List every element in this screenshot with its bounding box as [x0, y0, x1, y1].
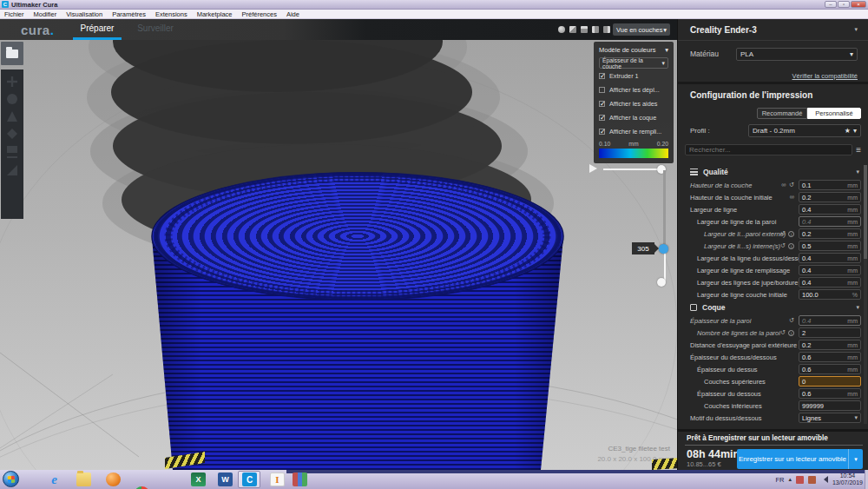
tool-rotate-icon[interactable]	[7, 111, 17, 122]
simulation-slider[interactable]	[603, 169, 657, 170]
tray-flag-icon[interactable]	[796, 476, 804, 484]
tool-per-model-settings-icon[interactable]	[7, 146, 17, 158]
revert-icon[interactable]: ↺	[789, 317, 794, 324]
tool-scale-icon[interactable]	[7, 94, 17, 104]
taskbar-excel-icon[interactable]: X	[191, 472, 206, 486]
menu-marketplace[interactable]: Marketplace	[197, 10, 233, 18]
custom-mode-button[interactable]: Personnalisé	[807, 108, 861, 119]
info-icon[interactable]: i	[788, 330, 794, 336]
tool-support-blocker-icon[interactable]	[7, 165, 17, 175]
taskbar-winrar-icon[interactable]	[293, 472, 307, 486]
language-indicator[interactable]: FR	[775, 476, 784, 484]
open-file-button[interactable]	[1, 42, 23, 65]
maximize-button[interactable]: ▫	[838, 1, 850, 8]
chevron-down-icon[interactable]: ▾	[665, 46, 668, 54]
tool-move-icon[interactable]	[7, 76, 17, 87]
close-button[interactable]: ×	[851, 1, 866, 8]
color-scheme-dropdown[interactable]: Épaisseur de la couche ▾	[599, 57, 668, 69]
revert-icon[interactable]: ↺	[780, 242, 786, 249]
settings-menu-icon[interactable]: ≡	[856, 145, 861, 155]
setting-input[interactable]: 0.4mm	[799, 265, 861, 275]
link-icon[interactable]: ∞	[781, 182, 786, 188]
taskbar-cura-icon[interactable]: C	[242, 472, 257, 486]
taskbar-internet-explorer-icon[interactable]: e	[47, 472, 62, 486]
view-mode-dropdown[interactable]: Vue en couches ▾	[613, 23, 670, 36]
checkbox-show-travels[interactable]: ✓ Afficher les dépl...	[599, 83, 668, 96]
section-shell[interactable]: Coque ▾	[678, 301, 868, 314]
save-to-removable-drive-button[interactable]: Enregistrer sur un lecteur amovible ▾	[737, 449, 863, 469]
section-quality[interactable]: Qualité ▾	[678, 165, 868, 179]
setting-input[interactable]: 0.4mm	[799, 315, 861, 326]
checkbox-extruder-1[interactable]: ✓ Extruder 1	[599, 69, 668, 83]
setting-input[interactable]: 0.2mm	[799, 228, 861, 239]
material-dropdown[interactable]: PLA ▾	[736, 48, 858, 61]
search-settings-input[interactable]	[685, 144, 852, 155]
hidden-icons-arrow[interactable]: ▴	[788, 476, 792, 483]
save-options-chevron-icon[interactable]: ▾	[848, 449, 863, 469]
revert-icon[interactable]: ↺	[789, 182, 794, 188]
volume-icon[interactable]	[820, 476, 828, 483]
setting-input-modified[interactable]: 0	[799, 376, 861, 387]
checkbox-show-shell[interactable]: ✓ Afficher la coque	[599, 111, 668, 124]
setting-input[interactable]: 0.6mm	[799, 388, 861, 399]
view-3d-icon[interactable]	[558, 26, 565, 33]
tool-mirror-icon[interactable]	[7, 129, 17, 139]
revert-icon[interactable]: ↺	[780, 329, 786, 336]
setting-input[interactable]: 0.1mm	[799, 180, 861, 190]
setting-input[interactable]: 0.2mm	[799, 192, 861, 202]
setting-input[interactable]: 0.5mm	[799, 241, 861, 251]
model-info: CE3_tige filetee test 20.0 x 20.0 x 100.…	[469, 445, 670, 463]
menu-aide[interactable]: Aide	[286, 10, 299, 18]
revert-icon[interactable]: ↺	[780, 230, 786, 237]
check-compatibility-link[interactable]: Vérifier la compatibilité	[792, 72, 858, 80]
show-desktop-button[interactable]	[865, 470, 868, 489]
window-titlebar[interactable]: C Ultimaker Cura – ▫ ×	[0, 0, 868, 10]
view-right-icon[interactable]	[603, 26, 610, 33]
profile-dropdown[interactable]: Draft - 0.2mm ★ ▾	[748, 124, 861, 137]
tab-preparer[interactable]: Préparer	[73, 19, 122, 40]
play-simulation-button[interactable]	[589, 164, 597, 173]
setting-input[interactable]: 100.0%	[799, 289, 861, 300]
settings-scrollbar[interactable]	[864, 165, 867, 424]
clock[interactable]: 10:54 13/07/2019	[832, 472, 865, 486]
setting-input[interactable]: 0.2mm	[799, 340, 861, 350]
printer-selector[interactable]: Creality Ender-3 ▾	[678, 19, 868, 41]
setting-dropdown[interactable]: Lignes▾	[799, 413, 861, 423]
checkbox-show-infill[interactable]: ✓ Afficher le rempli...	[599, 125, 668, 138]
tab-surveiller[interactable]: Surveiller	[130, 19, 181, 37]
minimize-button[interactable]: –	[825, 1, 837, 8]
setting-input[interactable]: 0.6mm	[799, 364, 861, 374]
setting-input[interactable]: 0.4mm	[799, 216, 861, 227]
start-button[interactable]	[3, 471, 19, 487]
menu-extensions[interactable]: Extensions	[155, 10, 187, 18]
setting-input[interactable]: 0.4mm	[799, 253, 861, 263]
viewport-3d[interactable]: Modèle de couleurs ▾ Épaisseur de la cou…	[0, 40, 677, 470]
tray-network-icon[interactable]	[808, 476, 816, 484]
setting-input[interactable]: 0.6mm	[799, 352, 861, 362]
link-icon[interactable]: ∞	[790, 194, 794, 201]
star-icon[interactable]: ★	[845, 127, 851, 135]
setting-input[interactable]: 0.4mm	[799, 277, 861, 287]
menu-modifier[interactable]: Modifier	[34, 10, 57, 18]
layer-slider-track[interactable]	[663, 170, 666, 244]
info-icon[interactable]: i	[788, 231, 794, 237]
menu-parametres[interactable]: Paramètres	[112, 10, 146, 18]
taskbar-word-icon[interactable]: W	[218, 472, 233, 486]
taskbar-explorer-icon[interactable]	[76, 472, 91, 486]
view-top-icon[interactable]	[581, 26, 588, 33]
view-front-icon[interactable]	[569, 26, 576, 33]
layer-slider-bottom-handle[interactable]	[657, 278, 666, 287]
setting-input[interactable]: 2	[799, 327, 861, 338]
view-left-icon[interactable]	[592, 26, 599, 33]
recommended-mode-button[interactable]: Recommandé	[757, 108, 807, 119]
checkbox-show-helpers[interactable]: ✓ Afficher les aides	[599, 97, 668, 110]
setting-input[interactable]: 999999	[799, 400, 861, 411]
menu-visualisation[interactable]: Visualisation	[66, 10, 102, 18]
menu-fichier[interactable]: Fichier	[4, 10, 24, 18]
setting-input[interactable]: 0.4mm	[799, 204, 861, 215]
taskbar-media-player-icon[interactable]	[106, 472, 121, 486]
info-icon[interactable]: i	[788, 243, 794, 249]
menu-preferences[interactable]: Préférences	[242, 10, 277, 18]
layer-slider-current-handle[interactable]	[659, 244, 668, 254]
taskbar-installer-icon[interactable]: I	[270, 472, 285, 486]
